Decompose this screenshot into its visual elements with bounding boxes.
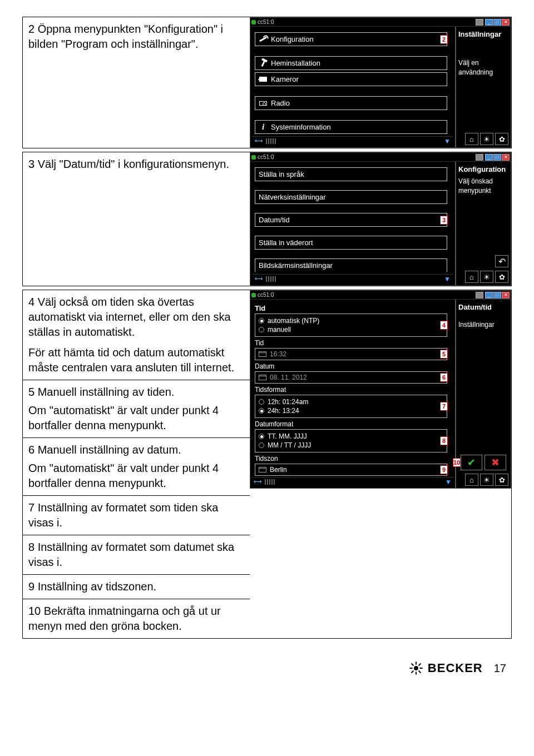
close-icon[interactable]: ✕ (502, 292, 510, 299)
signal-icon (265, 479, 275, 485)
menu-kameror[interactable]: Kameror (255, 72, 447, 86)
radio-auto[interactable]: automatisk (NTP) (259, 317, 443, 325)
gear-icon[interactable]: ✿ (495, 474, 508, 486)
page-number: 17 (494, 662, 506, 675)
label-tidsformat: Tidsformat (255, 386, 451, 394)
radio-icon (259, 318, 264, 324)
marker-2: 2 (440, 35, 448, 44)
radio-24h[interactable]: 24h: 13:24 (259, 407, 443, 415)
gear-icon[interactable]: ✿ (495, 133, 508, 145)
maximize-icon[interactable]: □ (493, 154, 501, 161)
menu-label: Radio (271, 99, 290, 107)
minimize-icon[interactable]: _ (485, 154, 493, 161)
step6-a: 6 Manuell inställning av datum. (28, 442, 244, 457)
step6-cell: 6 Manuell inställning av datum. Om "auto… (23, 437, 250, 495)
signal-icon (266, 138, 276, 144)
scroll-down-icon[interactable]: ▼ (444, 275, 451, 283)
datumformat-group[interactable]: TT. MM. JJJJ MM / TT / JJJJ 8 (255, 429, 447, 452)
connection-icon: ⟷ (255, 138, 263, 144)
minimize-icon[interactable]: _ (485, 292, 493, 299)
radio-icon (259, 408, 264, 414)
label-datumformat: Datumformat (255, 420, 451, 428)
info-icon: i (259, 123, 268, 131)
radio-icon (259, 442, 264, 448)
step3-device: cc51:0 _ □ ✕ Ställa in språk Nätverksins… (250, 152, 511, 286)
confirm-button[interactable]: ✔ (461, 455, 482, 470)
radio-manuell[interactable]: manuell (259, 326, 443, 334)
maximize-icon[interactable]: □ (493, 19, 501, 26)
svg-line-6 (418, 671, 421, 673)
home-icon[interactable]: ⌂ (465, 271, 478, 283)
menu-label: Datum/tid (259, 216, 290, 224)
step4-row: 4 Välj också om tiden ska övertas automa… (22, 290, 512, 639)
label-tid: Tid (255, 339, 451, 347)
tidsformat-group[interactable]: 12h: 01:24am 24h: 13:24 7 (255, 395, 447, 418)
printer-icon[interactable] (476, 292, 483, 299)
svg-line-8 (411, 671, 413, 673)
keyboard-icon (259, 351, 266, 357)
radio-label: MM / TT / JJJJ (268, 441, 311, 449)
printer-icon[interactable] (476, 154, 483, 161)
page-footer: BECKER 17 (22, 661, 512, 675)
maximize-icon[interactable]: □ (493, 292, 501, 299)
sun-icon[interactable]: ☀ (480, 271, 493, 283)
device-title: cc51:0 (258, 19, 274, 25)
radio-df2[interactable]: MM / TT / JJJJ (259, 441, 443, 449)
menu-konfiguration[interactable]: Konfiguration 2 (255, 32, 447, 46)
menu-sprak[interactable]: Ställa in språk (255, 167, 447, 181)
tid-mode-group[interactable]: automatisk (NTP) manuell 4 (255, 314, 447, 337)
step4-device: cc51:0 _ □ ✕ Tid automatisk (NTP) manuel… (250, 290, 511, 489)
section-tid: Tid (255, 304, 451, 312)
menu-label: Kameror (271, 75, 299, 83)
step2-row: 2 Öppna menypunkten "Konfiguration" i bi… (22, 17, 512, 148)
step5-cell: 5 Manuell inställning av tiden. Om "auto… (23, 380, 250, 437)
radio-icon (259, 399, 264, 405)
menu-datumtid[interactable]: Datum/tid 3 (255, 213, 447, 227)
input-datum[interactable]: 08. 11. 2012 6 (255, 371, 447, 384)
back-icon[interactable]: ↶ (495, 255, 508, 267)
svg-line-7 (418, 664, 421, 666)
side-title: Inställningar (458, 30, 508, 38)
radio-12h[interactable]: 12h: 01:24am (259, 398, 443, 406)
step4-cell: 4 Välj också om tiden ska övertas automa… (23, 290, 250, 380)
menu-heminstallation[interactable]: Heminstallation (255, 56, 447, 70)
side-sub1: Välj en (458, 58, 508, 68)
input-tid[interactable]: 16:32 5 (255, 348, 447, 360)
close-icon[interactable]: ✕ (502, 19, 510, 26)
signal-icon (266, 276, 276, 282)
close-icon[interactable]: ✕ (502, 154, 510, 161)
step3-row: 3 Välj "Datum/tid" i konfigurationsmenyn… (22, 152, 512, 286)
cancel-button[interactable]: ✖ (484, 455, 506, 470)
step2-device: cc51:0 _ □ ✕ Konfiguration 2 (250, 17, 511, 148)
home-icon[interactable]: ⌂ (465, 133, 478, 145)
minimize-icon[interactable]: _ (485, 19, 493, 26)
device-titlebar: cc51:0 _ □ ✕ (250, 18, 511, 27)
sun-icon[interactable]: ☀ (480, 474, 493, 486)
menu-label: Ställa in väderort (259, 238, 313, 247)
wrench-icon (259, 36, 268, 43)
step7-cell: 7 Inställning av formatet som tiden ska … (23, 495, 250, 535)
menu-vader[interactable]: Ställa in väderort (255, 236, 447, 250)
step10-cell: 10 Bekräfta inmatningarna och gå ut ur m… (23, 599, 250, 638)
status-bar: ⟷ ▼ (253, 136, 453, 145)
radio-df1[interactable]: TT. MM. JJJJ (259, 432, 443, 440)
device-title: cc51:0 (258, 292, 274, 298)
device-titlebar: cc51:0 _ □ ✕ (250, 291, 511, 300)
scroll-down-icon[interactable]: ▼ (444, 137, 451, 145)
camera-icon (259, 76, 268, 83)
led-icon (251, 20, 256, 24)
printer-icon[interactable] (476, 19, 483, 26)
input-tidszon[interactable]: Berlin 9 (255, 464, 447, 476)
menu-natverk[interactable]: Nätverksinställningar (255, 190, 447, 204)
step4-p1: 4 Välj också om tiden ska övertas automa… (28, 295, 244, 340)
menu-radio[interactable]: Radio (255, 96, 447, 110)
home-icon[interactable]: ⌂ (465, 474, 478, 486)
menu-label: Ställa in språk (259, 170, 304, 178)
menu-bildskarm[interactable]: Bildskärmsinställningar (255, 258, 447, 272)
scroll-down-icon[interactable]: ▼ (445, 478, 452, 486)
sun-icon[interactable]: ☀ (480, 133, 493, 145)
side-title: Datum/tid (458, 303, 508, 311)
gear-icon[interactable]: ✿ (495, 271, 508, 283)
keyboard-icon (259, 467, 266, 472)
menu-systeminfo[interactable]: i Systeminformation (255, 120, 447, 134)
